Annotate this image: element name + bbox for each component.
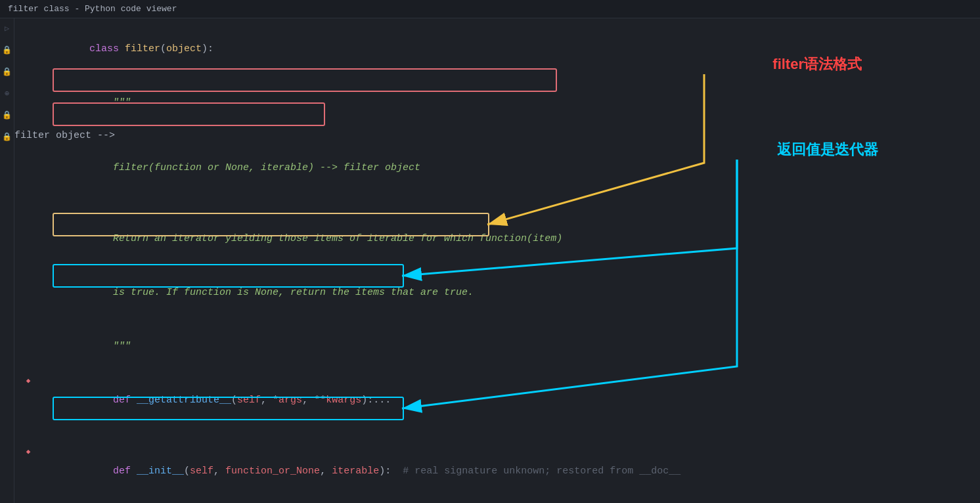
code-line-2: """ bbox=[14, 76, 980, 130]
code-line-9 bbox=[14, 427, 980, 445]
code-5: Return an iterator yielding those items … bbox=[47, 213, 980, 265]
code-line-10: ◆ def __init__(self, function_or_None, i… bbox=[14, 445, 980, 498]
code-11: pass bbox=[47, 500, 980, 503]
breakpoint-icon-8: ◆ bbox=[23, 375, 33, 385]
sidebar-icon-6: 🔒 bbox=[2, 132, 12, 142]
code-6: is true. If function is None, return the… bbox=[47, 267, 980, 318]
sidebar-icon-3: 🔒 bbox=[2, 67, 12, 77]
code-line-4 bbox=[14, 195, 980, 212]
code-8: def __getattribute__(self, *args, **kwar… bbox=[47, 375, 980, 426]
code-line-8: ◆ def __getattribute__(self, *args, **kw… bbox=[14, 374, 980, 427]
sidebar-icon-2: 🔒 bbox=[2, 45, 12, 55]
main-content: filter语法格式 返回值是迭代器 class filter(object): bbox=[14, 18, 980, 503]
filter-syntax-label: filter语法格式 bbox=[772, 55, 862, 74]
top-bar-title: filter class - Python code viewer bbox=[8, 4, 177, 14]
code-7: """ bbox=[47, 321, 980, 372]
code-line-7: """ bbox=[14, 320, 980, 374]
gutter-8: ◆ bbox=[14, 375, 47, 385]
code-2: """ bbox=[47, 77, 980, 129]
gutter-10: ◆ bbox=[14, 446, 47, 456]
code-line-11: pass bbox=[14, 498, 980, 503]
code-line-6: is true. If function is None, return the… bbox=[14, 266, 980, 320]
sidebar-icon-1: ▷ bbox=[5, 24, 9, 33]
sidebar-icon-4: ⊕ bbox=[5, 89, 9, 98]
code-line-5: Return an iterator yielding those items … bbox=[14, 212, 980, 266]
left-sidebar: ▷ 🔒 🔒 ⊕ 🔒 🔒 bbox=[0, 18, 14, 503]
sidebar-icon-5: 🔒 bbox=[2, 110, 12, 120]
code-10: def __init__(self, function_or_None, ite… bbox=[47, 446, 980, 497]
breakpoint-icon-10: ◆ bbox=[23, 446, 33, 456]
top-bar: filter class - Python code viewer bbox=[0, 0, 980, 18]
iterator-return-label: 返回值是迭代器 bbox=[777, 140, 878, 160]
